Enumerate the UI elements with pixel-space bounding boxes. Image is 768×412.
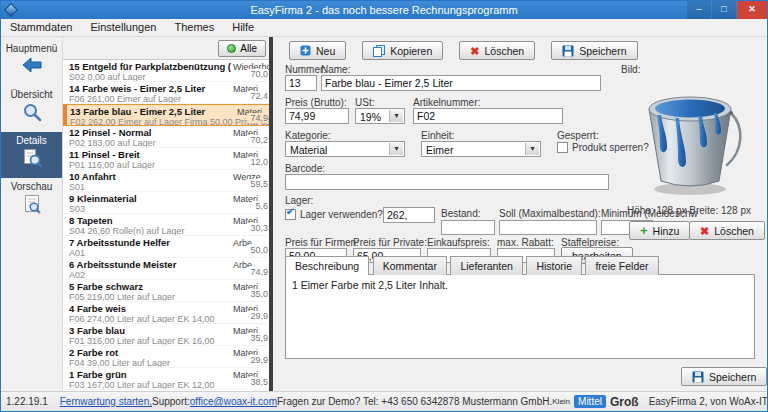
support-label: Support: xyxy=(152,396,190,407)
checkbox-box xyxy=(557,142,568,153)
sidebar: Hauptmenü Übersicht Details xyxy=(1,37,63,391)
bestand-input[interactable] xyxy=(441,220,495,235)
list-item[interactable]: 10 Anfahrt S01 Wegze 59,5 xyxy=(63,170,269,192)
sidebar-item-uebersicht[interactable]: Übersicht xyxy=(1,86,62,132)
soll-label: Soll (Maximalbestand): xyxy=(499,208,601,219)
preis-firmen-label: Preis für Firmen: xyxy=(285,237,359,248)
tab-historie[interactable]: Historie xyxy=(526,256,582,275)
font-size-mittel-button[interactable]: Mittel xyxy=(574,395,606,408)
preis-private-label: Preis für Private: xyxy=(353,237,427,248)
tab-freie-felder[interactable]: freie Felder xyxy=(585,256,658,275)
beschreibung-textarea[interactable]: 1 Eimer Farbe mit 2,5 Liter Inhalt. xyxy=(285,274,755,359)
sidebar-item-details[interactable]: Details xyxy=(1,132,62,178)
lager-verwenden-checkbox[interactable]: ✔Lager verwenden? xyxy=(285,209,383,220)
kopieren-button[interactable]: Kopieren xyxy=(362,41,443,60)
kopieren-label: Kopieren xyxy=(390,45,432,57)
product-price: 38,5 xyxy=(247,377,268,387)
speichern-button[interactable]: Speichern xyxy=(551,41,637,60)
main-area: Hauptmenü Übersicht Details xyxy=(1,37,767,391)
lager-wert-input[interactable] xyxy=(383,207,435,223)
product-price: 74,9 xyxy=(247,113,268,123)
list-item[interactable]: 14 Farbe weis - Eimer 2,5 Liter F06 261,… xyxy=(63,82,269,104)
details-magnifier-icon xyxy=(22,148,42,168)
filter-alle-button[interactable]: Alle xyxy=(218,40,266,57)
fernwartung-link[interactable]: Fernwartung starten, xyxy=(60,396,152,407)
list-item[interactable]: 2 Farbe rot F04 39,00 Liter auf Lager Ma… xyxy=(63,346,269,368)
product-subline: F04 39,00 Liter auf Lager xyxy=(69,358,266,368)
menu-themes[interactable]: Themes xyxy=(165,19,223,36)
sidebar-item-hauptmenu[interactable]: Hauptmenü xyxy=(1,40,62,86)
green-dot-icon xyxy=(227,44,236,53)
list-item[interactable]: 9 Kleinmaterial S03 Materi 5,6 xyxy=(63,192,269,214)
soll-input[interactable] xyxy=(499,220,597,235)
product-subline: F01 316,00 Liter auf Lager EK 16,00 xyxy=(69,336,266,346)
list-item[interactable]: 15 Entgeld für Parkplatzbenützung (pro M… xyxy=(63,60,269,82)
hinzu-button[interactable]: + Hinzu xyxy=(629,221,690,240)
maximize-button[interactable]: □ xyxy=(712,1,736,19)
version-text: 1.22.19.1 xyxy=(6,396,48,407)
list-item[interactable]: 13 Farbe blau - Eimer 2,5 Liter F02 262,… xyxy=(63,104,269,126)
max-rabatt-label: max. Rabatt: xyxy=(497,237,554,248)
ust-dropdown[interactable]: 19% xyxy=(355,108,405,124)
statusbar-right: Klein Mittel Groß EasyFirma 2, von WoAx-… xyxy=(552,395,767,409)
product-price: 12,0 xyxy=(247,157,268,167)
product-price: 29,9 xyxy=(247,355,268,365)
product-price: 59,5 xyxy=(247,179,268,189)
product-price: 70,0 xyxy=(247,69,268,79)
list-item[interactable]: 3 Farbe blau F01 316,00 Liter auf Lager … xyxy=(63,324,269,346)
close-button[interactable]: ✕ xyxy=(737,1,767,19)
list-item[interactable]: 1 Farbe grün F03 167,00 Liter auf Lager … xyxy=(63,368,269,390)
copy-icon xyxy=(373,45,385,57)
list-item[interactable]: 5 Farbe schwarz F05 219,00 Liter auf Lag… xyxy=(63,280,269,302)
barcode-label: Barcode: xyxy=(285,163,325,174)
gesperrt-label: Gesperrt: xyxy=(557,130,599,141)
loeschen-button[interactable]: ✖ Löschen xyxy=(459,41,535,60)
einheit-dropdown[interactable]: Eimer xyxy=(421,141,541,157)
bild-loeschen-button[interactable]: ✖ Löschen xyxy=(689,221,765,240)
statusbar: 1.22.19.1 Fernwartung starten, Support: … xyxy=(1,391,767,411)
minimize-button[interactable]: – xyxy=(687,1,711,19)
font-size-gross-button[interactable]: Groß xyxy=(610,395,639,409)
artikelnummer-input[interactable] xyxy=(413,108,563,124)
neu-button[interactable]: Neu xyxy=(289,41,346,60)
menu-einstellungen[interactable]: Einstellungen xyxy=(81,19,165,36)
paint-bucket-image xyxy=(627,77,753,199)
menu-stammdaten[interactable]: Stammdaten xyxy=(1,19,81,36)
save-icon xyxy=(562,45,574,57)
product-subline: P01 116,00 auf Lager xyxy=(69,160,266,170)
product-price: 72,4 xyxy=(247,91,268,101)
bottom-speichern-button[interactable]: Speichern xyxy=(681,367,767,386)
nummer-input[interactable] xyxy=(285,75,317,91)
product-subline: P02 183,00 auf Lager xyxy=(69,138,266,148)
list-item[interactable]: 8 Tapeten S04 26,60 Rolle(n) auf Lager M… xyxy=(63,214,269,236)
brand-text: EasyFirma 2, von WoAx-IT xyxy=(649,396,767,407)
product-subline: S01 xyxy=(69,182,266,192)
window-title: EasyFirma 2 - das noch bessere Rechnungs… xyxy=(1,1,767,19)
sidebar-item-vorschau[interactable]: Vorschau xyxy=(1,178,62,224)
lager-verwenden-label: Lager verwenden? xyxy=(300,209,383,220)
list-item[interactable]: 11 Pinsel - Breit P01 116,00 auf Lager M… xyxy=(63,148,269,170)
lager-label: Lager: xyxy=(285,195,313,206)
list-item[interactable]: 12 Pinsel - Normal P02 183,00 auf Lager … xyxy=(63,126,269,148)
menu-hilfe[interactable]: Hilfe xyxy=(223,19,263,36)
list-item[interactable]: 4 Farbe weis F06 274,00 Liter auf Lager … xyxy=(63,302,269,324)
name-input[interactable] xyxy=(321,75,601,91)
list-item[interactable]: 6 Arbeitsstunde Meister A02 Arbe 74,9 xyxy=(63,258,269,280)
barcode-input[interactable] xyxy=(285,174,609,190)
list-item[interactable]: 7 Arbeitsstunde Helfer A01 Arbe 50,0 xyxy=(63,236,269,258)
font-size-klein-button[interactable]: Klein xyxy=(552,397,570,406)
menubar: Stammdaten Einstellungen Themes Hilfe xyxy=(1,19,767,37)
kategorie-dropdown[interactable]: Material xyxy=(285,141,405,157)
product-price: 70,2 xyxy=(247,135,268,145)
preis-brutto-label: Preis (Brutto): xyxy=(285,97,347,108)
product-subline: F03 167,00 Liter auf Lager EK 12,00 xyxy=(69,380,266,390)
preview-icon xyxy=(22,194,42,214)
product-price: 35,0 xyxy=(247,289,268,299)
support-email-link[interactable]: office@woax-it.com xyxy=(190,396,277,407)
tab-kommentar[interactable]: Kommentar xyxy=(373,256,447,275)
preis-brutto-input[interactable] xyxy=(285,108,349,124)
tab-beschreibung[interactable]: Beschreibung xyxy=(285,256,369,275)
tab-lieferanten[interactable]: Lieferanten xyxy=(450,256,523,275)
product-subline: A01 xyxy=(69,248,266,258)
delete-icon: ✖ xyxy=(470,46,479,56)
